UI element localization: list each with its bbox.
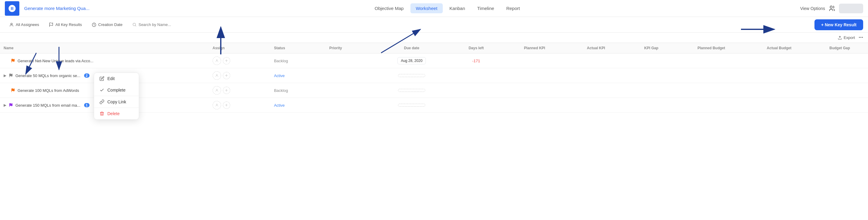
menu-item-delete[interactable]: Delete xyxy=(94,108,139,119)
kpi-gap-cell xyxy=(627,83,676,98)
tab-report[interactable]: Report xyxy=(501,3,525,13)
objective-title[interactable]: Generate more Marketing Qua... xyxy=(24,6,90,11)
menu-item-complete[interactable]: Complete xyxy=(94,84,139,96)
expand-button[interactable]: ▶ xyxy=(4,103,6,107)
tab-timeline[interactable]: Timeline xyxy=(472,3,500,13)
priority-cell xyxy=(326,83,375,98)
planned-budget-cell xyxy=(676,68,747,83)
view-options-button[interactable]: View Options xyxy=(800,6,825,11)
col-priority: Priority xyxy=(326,43,375,54)
all-assignees-button[interactable]: All Assignees xyxy=(5,21,43,29)
svg-point-1 xyxy=(10,23,12,25)
budget-gap-cell xyxy=(811,98,868,113)
sub-toolbar: All Assignees All Key Results Creation D… xyxy=(0,17,868,33)
more-options-button[interactable]: ··· xyxy=(859,34,863,41)
flag-icon xyxy=(11,88,15,92)
table-row: Generate Net-New Unique leads via Acco..… xyxy=(0,54,868,68)
person-placeholder-icon xyxy=(215,103,219,107)
due-date-empty[interactable] xyxy=(398,74,425,77)
due-date-cell[interactable] xyxy=(375,98,448,113)
context-menu: Edit Complete Copy Link Delete xyxy=(94,72,139,120)
logo-icon xyxy=(8,4,16,13)
row-name-text: Generate 150 MQLs from email ma... xyxy=(16,103,81,107)
priority-cell xyxy=(326,98,375,113)
link-icon xyxy=(99,99,104,104)
actual-budget-cell xyxy=(747,83,811,98)
assign-area: + xyxy=(213,101,267,109)
days-left-value: -171 xyxy=(472,59,480,63)
search-icon xyxy=(132,22,137,27)
planned-kpi-cell xyxy=(504,68,565,83)
col-planned-budget: Planned Budget xyxy=(676,43,747,54)
assign-area: + xyxy=(213,86,267,95)
days-left-cell xyxy=(448,83,504,98)
trash-icon xyxy=(99,111,104,116)
kpi-gap-cell xyxy=(627,54,676,68)
creation-date-button[interactable]: Creation Date xyxy=(87,21,127,29)
planned-budget-cell xyxy=(676,83,747,98)
actual-kpi-cell xyxy=(565,68,627,83)
assign-circle xyxy=(213,86,221,95)
all-key-results-button[interactable]: All Key Results xyxy=(44,21,86,29)
row-name-text: Generate 50 MQLs from organic se... xyxy=(16,73,81,78)
svg-line-5 xyxy=(135,25,136,26)
due-date-value[interactable]: Aug 28, 2020 xyxy=(397,57,426,64)
col-name: Name xyxy=(0,43,209,54)
kpi-gap-cell xyxy=(627,68,676,83)
row-name-text: Generate 100 MQLs from AdWords xyxy=(18,88,79,93)
assign-area: + xyxy=(213,71,267,80)
menu-item-edit[interactable]: Edit xyxy=(94,73,139,84)
status-cell: Active xyxy=(270,68,326,83)
status-cell: Backlog xyxy=(270,54,326,68)
col-planned-kpi: Planned KPI xyxy=(504,43,565,54)
svg-point-14 xyxy=(216,104,217,105)
person-placeholder-icon xyxy=(215,74,219,77)
table-header-row: Name Assign Status Priority Due date Day… xyxy=(0,43,868,54)
team-icon xyxy=(829,5,835,12)
row-name-text: Generate Net-New Unique leads via Acco..… xyxy=(18,59,93,63)
tab-objective-map[interactable]: Objective Map xyxy=(369,3,409,13)
tab-worksheet[interactable]: Worksheet xyxy=(410,3,443,13)
planned-kpi-cell xyxy=(504,54,565,68)
export-button[interactable]: Export xyxy=(838,35,855,40)
new-key-result-button[interactable]: + New Key Result xyxy=(814,19,863,30)
svg-point-0 xyxy=(830,6,832,8)
flag-icon xyxy=(11,59,15,63)
actual-kpi-cell xyxy=(565,98,627,113)
person-icon xyxy=(9,22,14,27)
due-date-cell[interactable] xyxy=(375,68,448,83)
menu-item-copy-link[interactable]: Copy Link xyxy=(94,96,139,107)
person-placeholder-icon xyxy=(215,89,219,92)
status-cell: Backlog xyxy=(270,83,326,98)
badge-count: 1 xyxy=(84,103,90,107)
svg-point-8 xyxy=(216,60,217,61)
user-avatar xyxy=(839,4,863,13)
status-cell: Active xyxy=(270,98,326,113)
assign-circle xyxy=(213,101,221,109)
clock-icon xyxy=(92,22,96,27)
col-days-left: Days left xyxy=(448,43,504,54)
expand-button[interactable]: ▶ xyxy=(4,73,6,78)
svg-point-12 xyxy=(216,89,217,90)
due-date-cell[interactable]: Aug 28, 2020 xyxy=(375,54,448,68)
flag-icon xyxy=(9,73,13,78)
due-date-empty[interactable] xyxy=(398,89,425,92)
priority-cell xyxy=(326,68,375,83)
due-date-cell[interactable] xyxy=(375,83,448,98)
svg-point-4 xyxy=(133,23,135,26)
assign-add-button[interactable]: + xyxy=(223,72,230,79)
budget-gap-cell xyxy=(811,68,868,83)
person-placeholder-icon xyxy=(215,59,219,63)
col-budget-gap: Budget Gap xyxy=(811,43,868,54)
assign-add-button[interactable]: + xyxy=(223,57,230,64)
planned-kpi-cell xyxy=(504,98,565,113)
app-logo xyxy=(5,1,19,16)
assign-add-button[interactable]: + xyxy=(223,87,230,94)
assign-add-button[interactable]: + xyxy=(223,101,230,109)
tab-kanban[interactable]: Kanban xyxy=(444,3,471,13)
assign-area: + xyxy=(213,57,267,65)
check-icon xyxy=(99,88,104,92)
search-input[interactable] xyxy=(138,22,187,27)
due-date-empty[interactable] xyxy=(398,104,425,107)
badge-count: 2 xyxy=(84,73,90,78)
